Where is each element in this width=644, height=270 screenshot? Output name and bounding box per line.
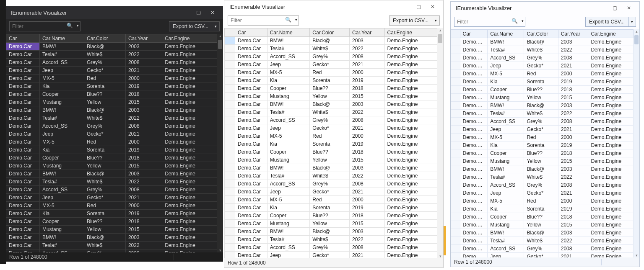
- row-header-cell[interactable]: [451, 46, 460, 54]
- row-header-cell[interactable]: [225, 180, 235, 188]
- table-row[interactable]: Demo.CarJeepGecko*2021Demo.Engine: [6, 130, 217, 138]
- row-header-cell[interactable]: [451, 102, 460, 110]
- row-header-cell[interactable]: [225, 172, 235, 180]
- table-row[interactable]: Demo.CarTesla#White$2022Demo.Engine: [6, 114, 217, 122]
- row-header-cell[interactable]: [225, 236, 235, 244]
- column-header[interactable]: Car.Engine: [588, 30, 634, 38]
- table-row[interactable]: Demo.CarMustangYellow2015Demo.Engine: [225, 156, 437, 164]
- row-header-cell[interactable]: [451, 134, 460, 141]
- row-header-cell[interactable]: [451, 181, 460, 189]
- row-header-cell[interactable]: [225, 116, 235, 124]
- export-dropdown[interactable]: ▾: [432, 15, 440, 26]
- column-header[interactable]: Car.Year: [558, 30, 588, 38]
- table-row[interactable]: Demo.CarJeepGecko*2021Demo.Engine: [451, 253, 634, 258]
- row-header-cell[interactable]: [225, 45, 235, 53]
- maximize-button[interactable]: ▢: [411, 0, 426, 13]
- row-header-cell[interactable]: [451, 149, 460, 157]
- table-row[interactable]: Demo.CarMustangYellow2015Demo.Engine: [225, 220, 437, 228]
- row-header-cell[interactable]: [451, 221, 460, 229]
- table-row[interactable]: Demo.CarAccord_SSGrey%2008Demo.Engine: [225, 180, 437, 188]
- table-row[interactable]: Demo.CarCooperBlue??2018Demo.Engine: [6, 90, 217, 98]
- table-row[interactable]: Demo.CarKiaSorenta2019Demo.Engine: [6, 210, 217, 218]
- filter-dropdown-icon[interactable]: ▾: [522, 19, 524, 23]
- table-row[interactable]: Demo.CarKiaSorenta2019Demo.Engine: [451, 78, 634, 86]
- row-header-corner[interactable]: [225, 28, 235, 37]
- row-header-cell[interactable]: [451, 197, 460, 205]
- maximize-button[interactable]: ▢: [191, 6, 205, 19]
- row-header-cell[interactable]: [451, 173, 460, 181]
- vertical-scrollbar[interactable]: ▴▾: [634, 29, 639, 257]
- row-header-cell[interactable]: [451, 245, 460, 253]
- row-header-cell[interactable]: [225, 69, 235, 77]
- row-header-cell[interactable]: [451, 86, 460, 94]
- scroll-down-icon[interactable]: ▾: [437, 254, 443, 258]
- table-row[interactable]: Demo.CarAccord_SSGrey%2008Demo.Engine: [225, 53, 437, 61]
- table-row[interactable]: Demo.CarJeepGecko*2021Demo.Engine: [225, 188, 437, 196]
- scroll-thumb[interactable]: [438, 34, 442, 43]
- table-row[interactable]: Demo.CarBMW!Black@2003Demo.Engine: [451, 102, 634, 110]
- search-icon[interactable]: 🔍: [512, 18, 518, 24]
- table-row[interactable]: Demo.CarJeepGecko*2021Demo.Engine: [225, 124, 437, 132]
- table-row[interactable]: Demo.CarMX-5Red2000Demo.Engine: [451, 134, 634, 141]
- table-row[interactable]: Demo.CarBMW!Black@2003Demo.Engine: [225, 37, 437, 45]
- row-header-cell[interactable]: [225, 77, 235, 85]
- row-header-cell[interactable]: [451, 213, 460, 221]
- row-header-cell[interactable]: [451, 253, 460, 258]
- table-row[interactable]: Demo.CarAccord_SSGrey%2008Demo.Engine: [225, 116, 437, 124]
- table-row[interactable]: Demo.CarMX-5Red2000Demo.Engine: [6, 138, 217, 146]
- table-row[interactable]: Demo.CarAccord_SSGrey%2008Demo.Engine: [6, 59, 217, 67]
- scroll-up-icon[interactable]: ▴: [217, 34, 223, 38]
- row-header-cell[interactable]: [225, 132, 235, 140]
- row-header-cell[interactable]: [225, 85, 235, 93]
- table-row[interactable]: Demo.CarTesla#White$2022Demo.Engine: [6, 242, 217, 249]
- table-row[interactable]: Demo.CarTesla#White$2022Demo.Engine: [225, 172, 437, 180]
- row-header-cell[interactable]: [451, 62, 460, 70]
- data-grid[interactable]: CarCar.NameCar.ColorCar.YearCar.EngineDe…: [224, 28, 437, 258]
- row-header-cell[interactable]: [225, 228, 235, 236]
- row-header-cell[interactable]: [225, 61, 235, 69]
- row-header-cell[interactable]: [451, 157, 460, 165]
- scroll-down-icon[interactable]: ▾: [217, 248, 223, 252]
- row-header-cell[interactable]: [225, 100, 235, 108]
- row-header-cell[interactable]: [451, 229, 460, 237]
- table-row[interactable]: Demo.CarJeepGecko*2021Demo.Engine: [451, 189, 634, 197]
- table-row[interactable]: Demo.CarMustangYellow2015Demo.Engine: [225, 93, 437, 100]
- table-row[interactable]: Demo.CarMX-5Red2000Demo.Engine: [451, 70, 634, 78]
- table-row[interactable]: Demo.CarMustangYellow2015Demo.Engine: [451, 157, 634, 165]
- table-row[interactable]: Demo.CarMustangYellow2015Demo.Engine: [6, 162, 217, 170]
- table-row[interactable]: Demo.CarBMW!Black@2003Demo.Engine: [451, 229, 634, 237]
- table-row[interactable]: Demo.CarTesla#White$2022Demo.Engine: [6, 51, 217, 59]
- row-header-cell[interactable]: [451, 141, 460, 149]
- row-header-corner[interactable]: [451, 30, 460, 38]
- scroll-up-icon[interactable]: ▴: [437, 28, 443, 32]
- row-header-cell[interactable]: [225, 204, 235, 212]
- table-row[interactable]: Demo.CarAccord_SSGrey%2008Demo.Engine: [451, 181, 634, 189]
- row-header-cell[interactable]: [451, 189, 460, 197]
- table-row[interactable]: Demo.CarCooperBlue??2018Demo.Engine: [225, 212, 437, 220]
- table-row[interactable]: Demo.CarTesla#White$2022Demo.Engine: [225, 108, 437, 116]
- close-button[interactable]: ✕: [426, 0, 440, 13]
- row-header-cell[interactable]: [225, 156, 235, 164]
- row-header-cell[interactable]: [225, 148, 235, 156]
- table-row[interactable]: Demo.CarTesla#White$2022Demo.Engine: [451, 110, 634, 118]
- row-header-cell[interactable]: [225, 93, 235, 100]
- column-header[interactable]: Car.Name: [39, 34, 84, 43]
- column-header[interactable]: Car.Name: [488, 30, 524, 38]
- table-row[interactable]: Demo.CarJeepGecko*2021Demo.Engine: [451, 62, 634, 70]
- filter-dropdown-icon[interactable]: ▾: [295, 18, 297, 22]
- table-row[interactable]: Demo.CarAccord_SSGrey%2008Demo.Engine: [451, 54, 634, 62]
- table-row[interactable]: Demo.CarMX-5Red2000Demo.Engine: [6, 75, 217, 82]
- row-header-cell[interactable]: [225, 53, 235, 61]
- table-row[interactable]: Demo.CarKiaSorenta2019Demo.Engine: [225, 77, 437, 85]
- table-row[interactable]: Demo.CarMustangYellow2015Demo.Engine: [6, 98, 217, 106]
- table-row[interactable]: Demo.CarTesla#White$2022Demo.Engine: [6, 178, 217, 186]
- column-header[interactable]: Car.Year: [125, 34, 162, 43]
- table-row[interactable]: Demo.CarKiaSorenta2019Demo.Engine: [6, 82, 217, 90]
- table-row[interactable]: Demo.CarCooperBlue??2018Demo.Engine: [225, 85, 437, 93]
- column-header[interactable]: Car: [235, 28, 267, 37]
- table-row[interactable]: Demo.CarJeepGecko*2021Demo.Engine: [225, 61, 437, 69]
- row-header-cell[interactable]: [451, 118, 460, 126]
- column-header[interactable]: Car.Color: [524, 30, 558, 38]
- row-header-cell[interactable]: [451, 205, 460, 213]
- table-row[interactable]: Demo.CarTesla#White$2022Demo.Engine: [451, 46, 634, 54]
